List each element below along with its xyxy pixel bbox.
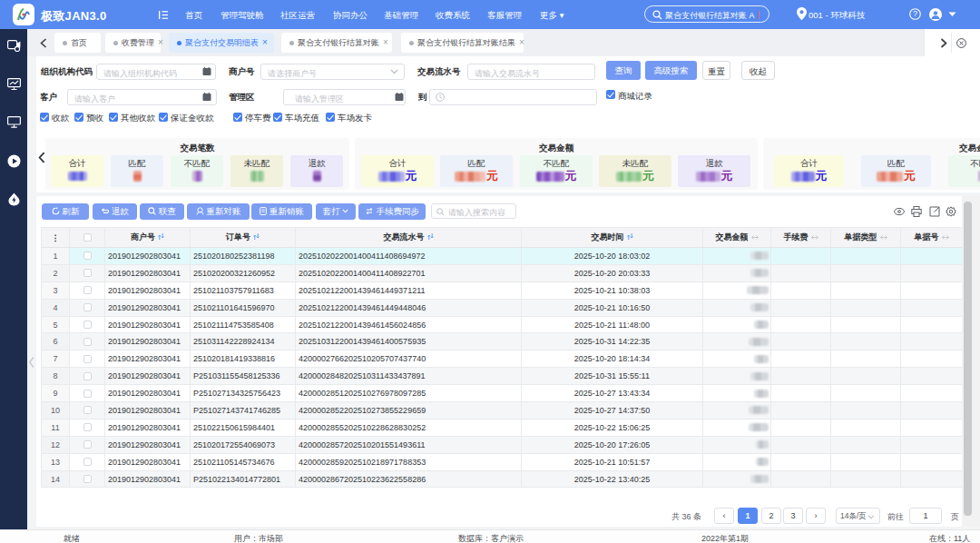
- svg-text:?: ?: [913, 9, 917, 18]
